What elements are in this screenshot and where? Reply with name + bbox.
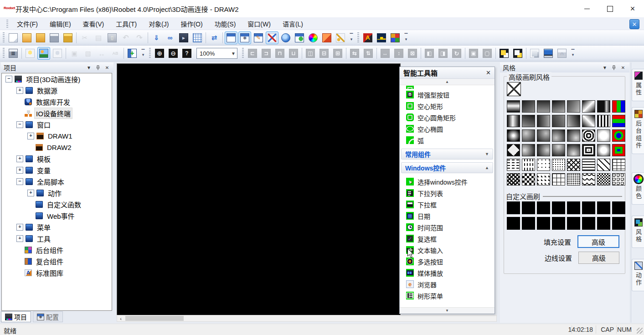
expand-icon[interactable]: + [27, 133, 34, 139]
canvas-hscrollbar[interactable]: ‹ [117, 315, 497, 322]
tree-item-12[interactable]: Web事件 [2, 210, 112, 222]
toolbox-item-text-input[interactable]: ab文本输入 [400, 244, 495, 256]
cut-button[interactable]: ✂ [78, 31, 91, 44]
brush-swatch-diamond[interactable] [507, 144, 520, 156]
open-folder-button[interactable] [34, 31, 47, 44]
tree-item-1[interactable]: +数据源 [2, 85, 112, 96]
toolbox-scroll-up[interactable]: ▲ [400, 79, 495, 85]
fill-advanced-button[interactable]: 高级 [577, 235, 619, 248]
toolbox-item-radio-button[interactable]: 多选按钮 [400, 256, 495, 267]
expand-icon[interactable]: + [16, 87, 23, 94]
scroll-thumb[interactable] [125, 316, 184, 321]
align-right-button[interactable]: ⊐ [260, 47, 273, 60]
expand-icon[interactable]: + [16, 224, 23, 231]
sync-button[interactable]: ⇄ [208, 31, 221, 44]
custom-brush-swatch-11[interactable] [552, 217, 565, 230]
preview-monitor-button[interactable] [542, 47, 555, 60]
toolbar-overflow-icon[interactable]: ▔▾ [140, 47, 146, 59]
panel-menu-icon[interactable]: ▼ [85, 64, 93, 71]
globe-button[interactable] [279, 31, 292, 44]
pin-icon[interactable] [610, 64, 618, 71]
zoom-help-button[interactable]: ? [180, 47, 193, 60]
add-component-button[interactable]: + [126, 47, 139, 60]
brush-swatch-bigchecker[interactable] [522, 173, 535, 186]
custom-brush-swatch-10[interactable] [537, 217, 550, 230]
brush-swatch-vlines[interactable] [597, 115, 610, 127]
brush-swatch-gray5[interactable] [522, 115, 535, 127]
flip-vertical-button[interactable]: ◧ [423, 47, 436, 60]
brush-swatch-vband[interactable] [507, 115, 520, 127]
bring-front-button[interactable] [498, 47, 510, 60]
center-horizontal-button[interactable]: ◫ [304, 47, 317, 60]
new-file-button[interactable] [7, 31, 20, 44]
tree-item-9[interactable]: −全局脚本 [2, 176, 112, 187]
line-advanced-button[interactable]: 高级 [578, 252, 619, 264]
custom-brush-swatch-13[interactable] [582, 217, 595, 230]
toolbar-grip[interactable] [242, 48, 244, 59]
find-button[interactable]: ∞ [164, 31, 176, 44]
expand-icon[interactable]: + [16, 167, 23, 174]
table-button[interactable] [191, 31, 204, 44]
shape-button[interactable] [320, 31, 333, 44]
menu-item-8[interactable]: 语言(L) [277, 18, 309, 30]
brush-swatch-gray12[interactable] [567, 129, 580, 142]
toolbox-item-dropdown-list[interactable]: 下拉列表 [400, 187, 495, 199]
save-button[interactable] [48, 31, 61, 44]
brush-swatch-none[interactable] [507, 82, 521, 96]
minimize-button[interactable] [576, 0, 598, 17]
flip-horizontal-button[interactable]: ◨ [437, 47, 449, 60]
toolbar-overflow-icon[interactable]: ▔▾ [348, 32, 355, 44]
brush-swatch-checker[interactable] [597, 173, 610, 186]
brush-swatch-gray1[interactable] [522, 100, 535, 113]
tree-item-10[interactable]: +动作 [2, 187, 112, 199]
align-bottom-button[interactable]: ⊔ [287, 47, 300, 60]
tree-item-4[interactable]: −窗口 [2, 119, 112, 130]
toolbox-item-combo-box[interactable]: 下拉框 [400, 199, 495, 210]
panel-tab-1[interactable]: ∗配置 [33, 311, 63, 322]
custom-brush-swatch-5[interactable] [582, 201, 595, 214]
brush-swatch-vdash[interactable] [522, 159, 535, 171]
tree-item-2[interactable]: 数据库开发 [2, 96, 112, 108]
center-both-button[interactable]: ⊞ [331, 47, 344, 60]
brush-swatch-gray16[interactable] [567, 144, 580, 156]
text-width-button[interactable]: ↔ [95, 47, 108, 60]
menu-item-2[interactable]: 查看(V) [77, 18, 110, 30]
toolbox-item-tree-menu[interactable]: 树形菜单 [400, 290, 495, 301]
side-tab-动作[interactable]: 动作 [632, 259, 644, 291]
save-table-button[interactable]: ▦ [7, 47, 20, 60]
toolbox-item-hollow-rect[interactable]: 空心矩形 [400, 100, 495, 112]
tree-item-17[interactable]: A标准图库 [2, 267, 112, 278]
brush-swatch-vband3[interactable] [597, 100, 610, 113]
toolbox-item-hollow-ellipse[interactable]: 空心椭圆 [400, 123, 495, 134]
side-tab-后台组件[interactable]: 后台组件 [632, 107, 644, 154]
image-button[interactable] [37, 47, 50, 60]
panel-close-icon[interactable]: ✕ [619, 64, 627, 71]
component-blocks-button[interactable] [389, 31, 402, 44]
stamp-button[interactable]: ▣ [68, 47, 81, 60]
expand-icon[interactable]: + [16, 235, 23, 242]
brush-swatch-rgb-radial[interactable] [612, 129, 625, 142]
menu-item-0[interactable]: 文件(F) [11, 18, 44, 30]
bulb-button[interactable] [24, 47, 36, 60]
side-tab-属性[interactable]: 属性 [632, 69, 644, 101]
toolbar-grip[interactable] [357, 32, 359, 43]
custom-brush-swatch-9[interactable] [522, 217, 535, 230]
brush-swatch-waves[interactable] [582, 159, 595, 171]
panel-tab-0[interactable]: 项目 [1, 311, 31, 322]
toolbox-item-media-player[interactable]: 媒体播放 [400, 267, 495, 278]
space-horizontal-button[interactable]: ⇆ [348, 47, 361, 60]
undo-button[interactable]: ↶ [119, 31, 132, 44]
brush-swatch-rgb-squares[interactable] [612, 144, 625, 156]
brush-swatch-diagbrick[interactable] [597, 159, 610, 171]
scroll-left-icon[interactable]: ‹ [117, 315, 124, 321]
custom-brush-swatch-0[interactable] [507, 201, 520, 214]
lock-button[interactable]: ∩ [556, 47, 568, 60]
window-preview-button[interactable] [225, 31, 237, 44]
space-vertical-button[interactable]: ⇅ [362, 47, 375, 60]
same-size-button[interactable]: ⊠ [406, 47, 419, 60]
toolbox-scroll-down[interactable]: ▼ [400, 307, 495, 314]
brush-swatch-balls[interactable] [612, 173, 625, 186]
brush-swatch-scales[interactable] [582, 173, 595, 186]
send-back-button[interactable] [511, 47, 524, 60]
panel-close-icon[interactable]: ✕ [103, 64, 111, 71]
